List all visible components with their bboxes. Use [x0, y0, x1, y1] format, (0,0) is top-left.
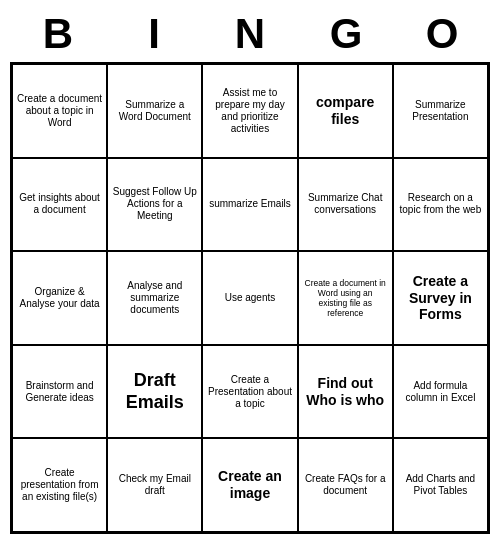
bingo-letter-g: G [302, 10, 390, 58]
bingo-cell-16: Draft Emails [107, 345, 202, 439]
bingo-letter-n: N [206, 10, 294, 58]
bingo-cell-20: Create presentation from an existing fil… [12, 438, 107, 532]
bingo-cell-22: Create an image [202, 438, 297, 532]
bingo-cell-13: Create a document in Word using an exist… [298, 251, 393, 345]
bingo-cell-4: Summarize Presentation [393, 64, 488, 158]
bingo-title: BINGO [10, 10, 490, 58]
bingo-cell-0: Create a document about a topic in Word [12, 64, 107, 158]
bingo-cell-2: Assist me to prepare my day and prioriti… [202, 64, 297, 158]
bingo-cell-5: Get insights about a document [12, 158, 107, 252]
bingo-letter-o: O [398, 10, 486, 58]
bingo-cell-7: summarize Emails [202, 158, 297, 252]
bingo-cell-10: Organize & Analyse your data [12, 251, 107, 345]
bingo-cell-21: Check my Email draft [107, 438, 202, 532]
bingo-letter-b: B [14, 10, 102, 58]
bingo-cell-3: compare files [298, 64, 393, 158]
bingo-cell-14: Create a Survey in Forms [393, 251, 488, 345]
bingo-letter-i: I [110, 10, 198, 58]
bingo-cell-15: Brainstorm and Generate ideas [12, 345, 107, 439]
bingo-cell-8: Summarize Chat conversations [298, 158, 393, 252]
bingo-cell-19: Add formula column in Excel [393, 345, 488, 439]
bingo-cell-17: Create a Presentation about a topic [202, 345, 297, 439]
bingo-grid: Create a document about a topic in WordS… [10, 62, 490, 534]
bingo-cell-9: Research on a topic from the web [393, 158, 488, 252]
bingo-cell-1: Summarize a Word Document [107, 64, 202, 158]
bingo-cell-11: Analyse and summarize documents [107, 251, 202, 345]
bingo-cell-23: Create FAQs for a document [298, 438, 393, 532]
bingo-cell-18: Find out Who is who [298, 345, 393, 439]
bingo-cell-6: Suggest Follow Up Actions for a Meeting [107, 158, 202, 252]
bingo-cell-12: Use agents [202, 251, 297, 345]
bingo-cell-24: Add Charts and Pivot Tables [393, 438, 488, 532]
